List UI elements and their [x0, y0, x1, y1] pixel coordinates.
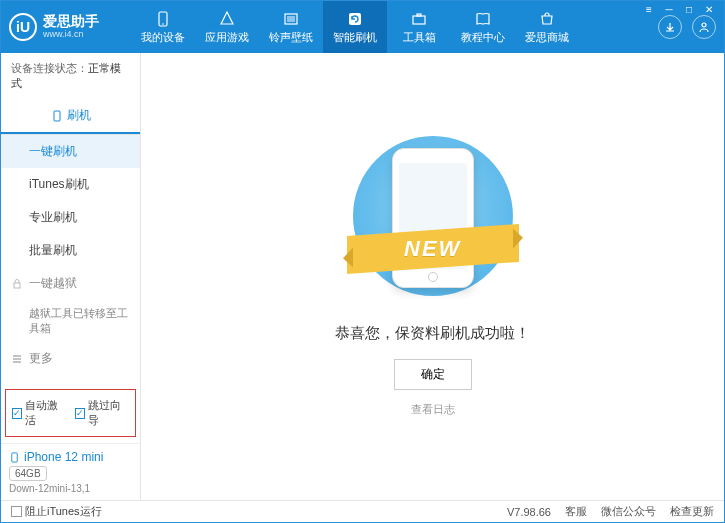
apps-icon — [218, 10, 236, 28]
checkbox-skip-guide[interactable]: ✓跳过向导 — [75, 398, 130, 428]
nav-label: 我的设备 — [141, 30, 185, 45]
nav-label: 教程中心 — [461, 30, 505, 45]
tab-label: 刷机 — [67, 107, 91, 124]
logo-area: iU 爱思助手 www.i4.cn — [9, 13, 131, 41]
svg-point-7 — [702, 23, 706, 27]
nav-flash[interactable]: 智能刷机 — [323, 1, 387, 53]
flash-icon — [346, 10, 364, 28]
group-label: 一键越狱 — [29, 275, 77, 292]
check-icon: ✓ — [12, 408, 22, 419]
svg-point-1 — [162, 23, 164, 25]
checkbox-auto-activate[interactable]: ✓自动激活 — [12, 398, 67, 428]
phone-icon — [154, 10, 172, 28]
top-nav: 我的设备 应用游戏 铃声壁纸 智能刷机 工具箱 教程中心 爱思商城 — [131, 1, 658, 53]
sidebar-item-other-tools[interactable]: 其他工具 — [1, 375, 140, 385]
version-text: V7.98.66 — [507, 506, 551, 518]
maximize-icon[interactable]: □ — [682, 3, 696, 15]
nav-ringtones[interactable]: 铃声壁纸 — [259, 1, 323, 53]
sidebar-list: 一键刷机 iTunes刷机 专业刷机 批量刷机 一键越狱 越狱工具已转移至工具箱… — [1, 135, 140, 385]
check-label: 跳过向导 — [88, 398, 129, 428]
menu-icon — [11, 353, 23, 365]
options-row: ✓自动激活 ✓跳过向导 — [5, 389, 136, 437]
lock-icon — [11, 278, 23, 290]
wechat-link[interactable]: 微信公众号 — [601, 504, 656, 519]
main-content: NEW 恭喜您，保资料刷机成功啦！ 确定 查看日志 — [141, 53, 724, 500]
nav-toolbox[interactable]: 工具箱 — [387, 1, 451, 53]
nav-label: 应用游戏 — [205, 30, 249, 45]
minimize-icon[interactable]: ─ — [662, 3, 676, 15]
update-link[interactable]: 检查更新 — [670, 504, 714, 519]
phone-icon — [9, 452, 20, 463]
conn-prefix: 设备连接状态： — [11, 62, 88, 74]
header-actions — [658, 15, 716, 39]
sidebar-item-itunes-flash[interactable]: iTunes刷机 — [1, 168, 140, 201]
checkbox-icon: ✓ — [11, 506, 22, 517]
check-icon: ✓ — [75, 408, 85, 419]
svg-rect-10 — [12, 452, 18, 461]
nav-my-device[interactable]: 我的设备 — [131, 1, 195, 53]
nav-label: 智能刷机 — [333, 30, 377, 45]
sidebar-item-batch-flash[interactable]: 批量刷机 — [1, 234, 140, 267]
phone-icon — [51, 110, 63, 122]
sidebar-group-jailbreak[interactable]: 一键越狱 — [1, 267, 140, 300]
download-button[interactable] — [658, 15, 682, 39]
nav-apps[interactable]: 应用游戏 — [195, 1, 259, 53]
device-meta: Down-12mini-13,1 — [9, 483, 132, 494]
support-link[interactable]: 客服 — [565, 504, 587, 519]
user-button[interactable] — [692, 15, 716, 39]
jailbreak-note[interactable]: 越狱工具已转移至工具箱 — [1, 300, 140, 342]
brand-name: 爱思助手 — [43, 14, 99, 29]
close-icon[interactable]: ✕ — [702, 3, 716, 15]
sidebar-group-more[interactable]: 更多 — [1, 342, 140, 375]
storage-badge: 64GB — [9, 466, 47, 481]
menu-icon[interactable]: ≡ — [642, 3, 656, 15]
group-label: 更多 — [29, 350, 53, 367]
nav-label: 铃声壁纸 — [269, 30, 313, 45]
device-info: iPhone 12 mini 64GB Down-12mini-13,1 — [1, 443, 140, 500]
wallpaper-icon — [282, 10, 300, 28]
brand-url: www.i4.cn — [43, 30, 99, 40]
svg-rect-8 — [54, 111, 60, 121]
toolbox-icon — [410, 10, 428, 28]
header: iU 爱思助手 www.i4.cn 我的设备 应用游戏 铃声壁纸 智能刷机 工具… — [1, 1, 724, 53]
svg-rect-5 — [413, 16, 425, 24]
connection-status: 设备连接状态：正常模式 — [1, 53, 140, 99]
sidebar: 设备连接状态：正常模式 刷机 一键刷机 iTunes刷机 专业刷机 批量刷机 一… — [1, 53, 141, 500]
nav-label: 工具箱 — [403, 30, 436, 45]
checkbox-block-itunes[interactable]: ✓ 阻止iTunes运行 — [11, 504, 102, 519]
book-icon — [474, 10, 492, 28]
check-label: 自动激活 — [25, 398, 66, 428]
success-message: 恭喜您，保资料刷机成功啦！ — [335, 324, 530, 343]
nav-store[interactable]: 爱思商城 — [515, 1, 579, 53]
nav-tutorials[interactable]: 教程中心 — [451, 1, 515, 53]
sidebar-item-oneclick-flash[interactable]: 一键刷机 — [1, 135, 140, 168]
svg-rect-9 — [14, 283, 20, 288]
ribbon-text: NEW — [404, 236, 461, 262]
footer: ✓ 阻止iTunes运行 V7.98.66 客服 微信公众号 检查更新 — [1, 500, 724, 522]
nav-label: 爱思商城 — [525, 30, 569, 45]
svg-rect-3 — [287, 16, 295, 22]
tab-flash[interactable]: 刷机 — [1, 99, 140, 134]
logo-icon: iU — [9, 13, 37, 41]
svg-rect-6 — [417, 14, 421, 16]
ok-button[interactable]: 确定 — [394, 359, 472, 390]
window-controls: ≡ ─ □ ✕ — [638, 1, 720, 17]
check-label: 阻止iTunes运行 — [25, 504, 102, 519]
success-illustration: NEW — [353, 136, 513, 306]
device-name-text: iPhone 12 mini — [24, 450, 103, 464]
view-log-link[interactable]: 查看日志 — [411, 402, 455, 417]
sidebar-item-pro-flash[interactable]: 专业刷机 — [1, 201, 140, 234]
device-name[interactable]: iPhone 12 mini — [9, 450, 132, 464]
store-icon — [538, 10, 556, 28]
